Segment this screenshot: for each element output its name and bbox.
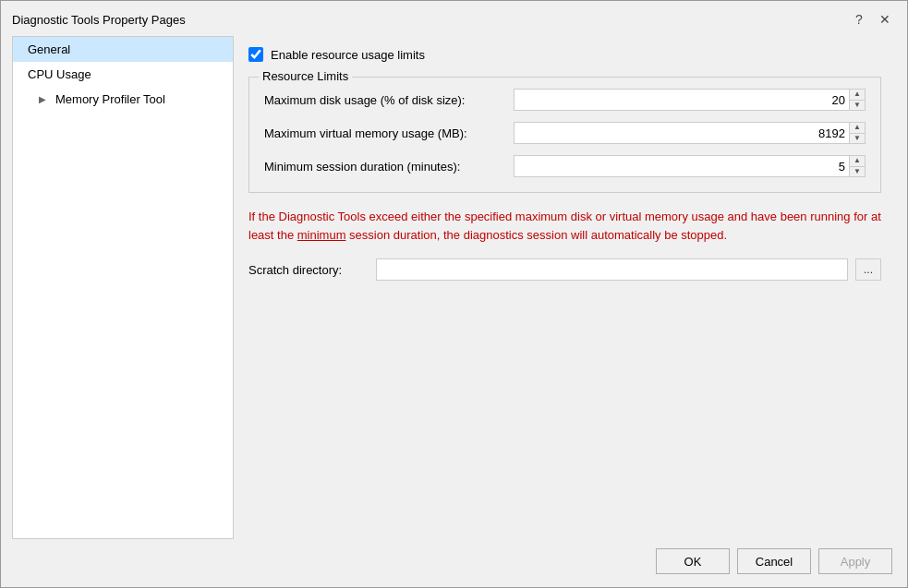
scratch-row: Scratch directory: ... bbox=[248, 258, 881, 281]
ok-button[interactable]: OK bbox=[656, 548, 730, 574]
enable-checkbox-row: Enable resource usage limits bbox=[248, 47, 881, 62]
max-vmem-input[interactable] bbox=[514, 122, 849, 144]
expand-icon: ▶ bbox=[39, 94, 50, 104]
enable-checkbox-label[interactable]: Enable resource usage limits bbox=[271, 48, 425, 62]
max-vmem-row: Maximum virtual memory usage (MB): ▲ ▼ bbox=[264, 122, 866, 144]
title-bar-buttons: ? ✕ bbox=[848, 8, 896, 30]
max-disk-down-button[interactable]: ▼ bbox=[850, 100, 865, 111]
general-label: General bbox=[28, 42, 70, 56]
content-area: Enable resource usage limits Resource Li… bbox=[234, 36, 896, 539]
apply-button[interactable]: Apply bbox=[818, 548, 892, 574]
dialog-body: General CPU Usage ▶ Memory Profiler Tool… bbox=[1, 36, 907, 539]
dialog-window: Diagnostic Tools Property Pages ? ✕ Gene… bbox=[0, 0, 908, 588]
max-disk-spinner-buttons: ▲ ▼ bbox=[849, 89, 866, 111]
cancel-button[interactable]: Cancel bbox=[737, 548, 811, 574]
min-session-up-button[interactable]: ▲ bbox=[850, 156, 865, 166]
close-button[interactable]: ✕ bbox=[874, 8, 896, 30]
memory-profiler-label: Memory Profiler Tool bbox=[55, 92, 165, 106]
min-session-label: Minimum session duration (minutes): bbox=[264, 160, 514, 174]
max-vmem-label: Maximum virtual memory usage (MB): bbox=[264, 126, 514, 140]
minimum-highlight: minimum bbox=[297, 228, 346, 242]
min-session-down-button[interactable]: ▼ bbox=[850, 166, 865, 177]
dialog-footer: OK Cancel Apply bbox=[1, 539, 907, 587]
sidebar-item-memory-profiler-tool[interactable]: ▶ Memory Profiler Tool bbox=[13, 87, 233, 112]
max-disk-up-button[interactable]: ▲ bbox=[850, 90, 865, 100]
title-bar: Diagnostic Tools Property Pages ? ✕ bbox=[1, 1, 907, 36]
group-box-title: Resource Limits bbox=[259, 69, 352, 83]
max-vmem-down-button[interactable]: ▼ bbox=[850, 133, 865, 144]
max-vmem-spinner-buttons: ▲ ▼ bbox=[849, 122, 866, 144]
max-disk-spinner: ▲ ▼ bbox=[514, 89, 866, 111]
max-vmem-spinner: ▲ ▼ bbox=[514, 122, 866, 144]
max-disk-input[interactable] bbox=[514, 89, 849, 111]
info-text: If the Diagnostic Tools exceed either th… bbox=[248, 208, 881, 244]
min-session-input[interactable] bbox=[514, 155, 849, 177]
resource-limits-group: Resource Limits Maximum disk usage (% of… bbox=[248, 77, 881, 193]
sidebar-item-cpu-usage[interactable]: CPU Usage bbox=[13, 62, 233, 87]
enable-checkbox[interactable] bbox=[248, 47, 263, 62]
min-session-row: Minimum session duration (minutes): ▲ ▼ bbox=[264, 155, 866, 177]
help-button[interactable]: ? bbox=[848, 8, 870, 30]
min-session-spinner-buttons: ▲ ▼ bbox=[849, 155, 866, 177]
max-disk-label: Maximum disk usage (% of disk size): bbox=[264, 93, 514, 107]
dialog-title: Diagnostic Tools Property Pages bbox=[12, 13, 186, 27]
browse-button[interactable]: ... bbox=[855, 258, 881, 281]
min-session-spinner: ▲ ▼ bbox=[514, 155, 866, 177]
scratch-input[interactable] bbox=[376, 258, 848, 281]
cpu-usage-label: CPU Usage bbox=[28, 67, 91, 81]
sidebar: General CPU Usage ▶ Memory Profiler Tool bbox=[12, 36, 234, 539]
scratch-label: Scratch directory: bbox=[248, 263, 369, 277]
sidebar-item-general[interactable]: General bbox=[13, 37, 233, 62]
max-disk-row: Maximum disk usage (% of disk size): ▲ ▼ bbox=[264, 89, 866, 111]
max-vmem-up-button[interactable]: ▲ bbox=[850, 123, 865, 133]
